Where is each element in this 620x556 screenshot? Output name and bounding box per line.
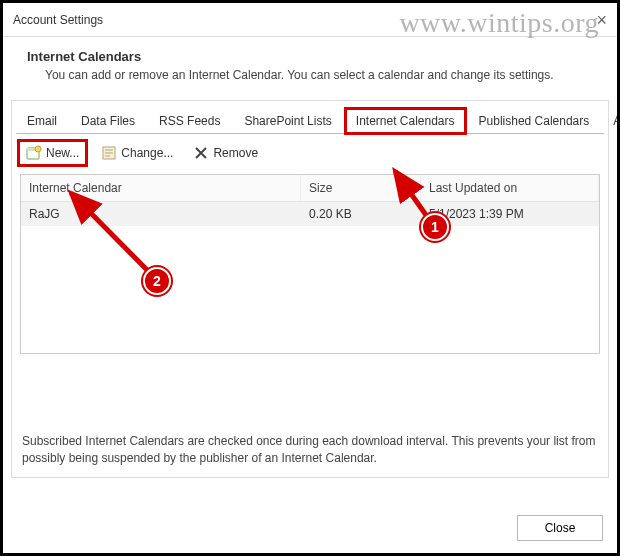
table-row[interactable]: RaJG 0.20 KB 5/1/2023 1:39 PM xyxy=(21,202,599,226)
titlebar: Account Settings × xyxy=(3,3,617,37)
remove-button[interactable]: Remove xyxy=(189,143,262,163)
cell-updated: 5/1/2023 1:39 PM xyxy=(421,202,599,226)
tab-address-books[interactable]: Address Books xyxy=(602,108,620,134)
remove-button-label: Remove xyxy=(213,146,258,160)
tab-rss-feeds[interactable]: RSS Feeds xyxy=(148,108,231,134)
tab-sharepoint-lists[interactable]: SharePoint Lists xyxy=(233,108,342,134)
change-icon xyxy=(101,145,117,161)
cell-size: 0.20 KB xyxy=(301,202,421,226)
svg-point-2 xyxy=(35,146,41,152)
cell-name: RaJG xyxy=(21,202,301,226)
column-updated[interactable]: Last Updated on xyxy=(421,175,599,201)
tab-data-files[interactable]: Data Files xyxy=(70,108,146,134)
tab-internet-calendars[interactable]: Internet Calendars xyxy=(345,108,466,134)
dialog-buttons: Close xyxy=(517,515,603,541)
new-calendar-icon xyxy=(26,145,42,161)
tab-strip: Email Data Files RSS Feeds SharePoint Li… xyxy=(12,101,608,133)
column-name[interactable]: Internet Calendar xyxy=(21,175,301,201)
close-button[interactable]: Close xyxy=(517,515,603,541)
window-title: Account Settings xyxy=(13,13,103,27)
tab-email[interactable]: Email xyxy=(16,108,68,134)
close-icon[interactable]: × xyxy=(596,11,607,29)
settings-panel: Email Data Files RSS Feeds SharePoint Li… xyxy=(11,100,609,478)
new-button-label: New... xyxy=(46,146,79,160)
calendar-list[interactable]: Internet Calendar Size Last Updated on R… xyxy=(20,174,600,354)
page-title: Internet Calendars xyxy=(27,49,603,64)
change-button-label: Change... xyxy=(121,146,173,160)
tab-published-calendars[interactable]: Published Calendars xyxy=(468,108,601,134)
page-header: Internet Calendars You can add or remove… xyxy=(3,37,617,100)
change-button[interactable]: Change... xyxy=(97,143,177,163)
page-description: You can add or remove an Internet Calend… xyxy=(27,68,603,82)
toolbar: New... Change... Remove xyxy=(12,134,608,174)
remove-icon xyxy=(193,145,209,161)
column-size[interactable]: Size xyxy=(301,175,421,201)
footnote: Subscribed Internet Calendars are checke… xyxy=(22,433,598,467)
new-button[interactable]: New... xyxy=(20,142,85,164)
list-header: Internet Calendar Size Last Updated on xyxy=(21,175,599,202)
